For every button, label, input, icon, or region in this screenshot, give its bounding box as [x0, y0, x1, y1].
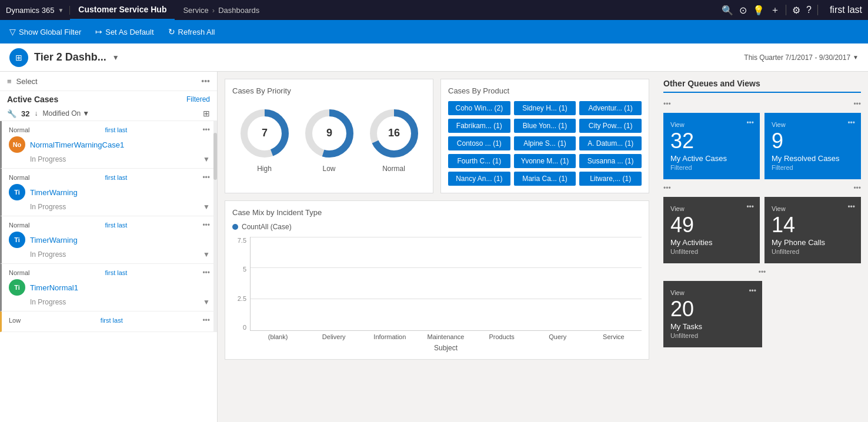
case-name[interactable]: TimerNormal1	[30, 283, 78, 292]
case-item-header: Low first last •••	[9, 316, 210, 324]
top-nav-icons: 🔍 ⊙ 💡 ＋ ⚙ ? first last	[722, 4, 862, 16]
product-tag[interactable]: Susanna ... (1)	[579, 154, 642, 168]
user-name[interactable]: first last	[824, 5, 862, 15]
product-tag[interactable]: A. Datum... (1)	[579, 136, 642, 150]
show-global-filter-button[interactable]: ▽ Show Global Filter	[9, 27, 81, 36]
title-chevron-icon[interactable]: ▼	[112, 53, 119, 62]
case-more-icon[interactable]: •••	[202, 316, 210, 324]
card-more-icon[interactable]: •••	[847, 119, 855, 127]
more-options-icon[interactable]: •••	[201, 76, 210, 86]
product-tag[interactable]: Adventur... (1)	[579, 101, 642, 115]
expand-icon[interactable]: ▼	[203, 250, 210, 259]
info-icon[interactable]: 💡	[753, 5, 764, 16]
breadcrumb: Service › Dashboards	[175, 6, 259, 15]
my-tasks-card[interactable]: View ••• 20 My Tasks Unfiltered	[663, 281, 762, 347]
product-tag[interactable]: Fourth C... (1)	[448, 154, 510, 168]
y-label: 7.5	[232, 237, 246, 244]
card-more-icon[interactable]: •••	[746, 203, 754, 211]
breadcrumb-service[interactable]: Service	[183, 6, 208, 15]
more-dots[interactable]: •••	[853, 100, 861, 108]
queue-card-row-1: View ••• 32 My Active Cases Filtered Vie…	[663, 113, 861, 179]
case-priority: Low	[9, 317, 21, 324]
product-tag[interactable]: Alpine S... (1)	[514, 136, 576, 150]
refresh-all-button[interactable]: ↻ Refresh All	[168, 27, 215, 36]
dynamics365-brand[interactable]: Dynamics 365 ▼	[6, 6, 70, 15]
select-icon: ≡	[7, 77, 12, 86]
case-item[interactable]: Low first last •••	[0, 312, 217, 332]
my-activities-card[interactable]: View ••• 49 My Activities Unfiltered	[663, 197, 760, 263]
donut-low: 9 Low	[303, 107, 356, 173]
view-label: View	[670, 121, 685, 128]
top-nav: Dynamics 365 ▼ Customer Service Hub Serv…	[0, 0, 868, 20]
set-as-default-label: Set As Default	[105, 28, 153, 36]
more-dots[interactable]: •••	[759, 268, 766, 276]
donut-charts: 7 High 9 Low	[232, 101, 426, 179]
product-tag[interactable]: Maria Ca... (1)	[514, 172, 576, 186]
grid-view-icon[interactable]: ⊞	[203, 109, 210, 118]
card-more-icon[interactable]: •••	[749, 287, 756, 295]
settings-icon[interactable]: ⚙	[792, 5, 800, 16]
case-priority: Normal	[9, 269, 29, 276]
date-range-chevron-icon[interactable]: ▼	[853, 54, 859, 61]
case-item-header: Normal first last •••	[9, 269, 210, 277]
breadcrumb-dashboards[interactable]: Dashboards	[218, 6, 259, 15]
case-item[interactable]: Normal first last ••• Ti TimerWarning In…	[0, 169, 217, 216]
product-tag[interactable]: Coho Win... (2)	[448, 101, 510, 115]
case-item[interactable]: Normal first last ••• No NormalTimerWarn…	[0, 121, 217, 169]
view-label: View	[670, 205, 685, 212]
product-tag[interactable]: Yvonne M... (1)	[514, 154, 576, 168]
recent-icon[interactable]: ⊙	[739, 5, 747, 16]
case-item-header: Normal first last •••	[9, 126, 210, 134]
help-icon[interactable]: ?	[806, 5, 812, 15]
set-as-default-button[interactable]: ↦ Set As Default	[95, 27, 153, 36]
my-resolved-cases-card[interactable]: View ••• 9 My Resolved Cases Filtered	[764, 113, 861, 179]
brand-chevron-icon[interactable]: ▼	[58, 7, 64, 14]
product-tag[interactable]: Sidney H... (1)	[514, 101, 576, 115]
case-item[interactable]: Normal first last ••• Ti TimerNormal1 In…	[0, 264, 217, 312]
case-status-text: In Progress	[9, 203, 66, 211]
card-more-icon[interactable]: •••	[847, 203, 855, 211]
sort-field[interactable]: Modified On ▼	[42, 109, 89, 118]
case-more-icon[interactable]: •••	[202, 126, 210, 134]
my-phone-calls-card[interactable]: View ••• 14 My Phone Calls Unfiltered	[764, 197, 861, 263]
refresh-all-label: Refresh All	[178, 28, 215, 36]
more-dots[interactable]: •••	[663, 184, 671, 192]
tasks-status: Unfiltered	[670, 332, 698, 339]
more-dots[interactable]: •••	[663, 100, 671, 108]
case-item[interactable]: Normal first last ••• Ti TimerWarning In…	[0, 216, 217, 264]
expand-icon[interactable]: ▼	[203, 298, 210, 306]
case-name[interactable]: NormalTimerWarningCase1	[30, 140, 124, 149]
case-main: Ti TimerWarning	[9, 232, 210, 248]
cases-by-priority-card: Cases By Priority 7 High	[225, 79, 433, 193]
tasks-label: My Tasks	[670, 322, 702, 331]
case-name[interactable]: TimerWarning	[30, 236, 78, 245]
x-label: Service	[586, 333, 642, 340]
my-active-cases-card[interactable]: View ••• 32 My Active Cases Filtered	[663, 113, 760, 179]
case-main: Ti TimerNormal1	[9, 279, 210, 296]
add-icon[interactable]: ＋	[770, 4, 780, 16]
product-tag[interactable]: Litware,... (1)	[579, 172, 642, 186]
case-name[interactable]: TimerWarning	[30, 188, 78, 197]
sort-chevron-icon: ▼	[82, 109, 89, 118]
queue-card-row-2: View ••• 49 My Activities Unfiltered Vie…	[663, 197, 861, 263]
product-tag[interactable]: Nancy An... (1)	[448, 172, 510, 186]
avatar: Ti	[9, 232, 25, 248]
active-cases-title-row: Active Cases Filtered	[0, 91, 217, 106]
search-icon[interactable]: 🔍	[722, 5, 733, 16]
app-name[interactable]: Customer Service Hub	[70, 0, 175, 20]
case-more-icon[interactable]: •••	[202, 269, 210, 277]
expand-icon[interactable]: ▼	[203, 155, 210, 163]
card-more-icon[interactable]: •••	[746, 119, 754, 127]
product-tag[interactable]: Fabrikam... (1)	[448, 119, 510, 133]
more-dots[interactable]: •••	[853, 184, 861, 192]
product-tag[interactable]: Blue Yon... (1)	[514, 119, 576, 133]
case-more-icon[interactable]: •••	[202, 173, 210, 182]
nav-divider	[786, 5, 786, 15]
case-more-icon[interactable]: •••	[202, 221, 210, 229]
product-tag[interactable]: Contoso ... (1)	[448, 136, 510, 150]
product-tag[interactable]: City Pow... (1)	[579, 119, 642, 133]
view-label: View	[772, 205, 786, 212]
select-control[interactable]: ≡ Select	[7, 77, 38, 86]
expand-icon[interactable]: ▼	[203, 203, 210, 211]
x-label: (blank)	[250, 333, 306, 340]
